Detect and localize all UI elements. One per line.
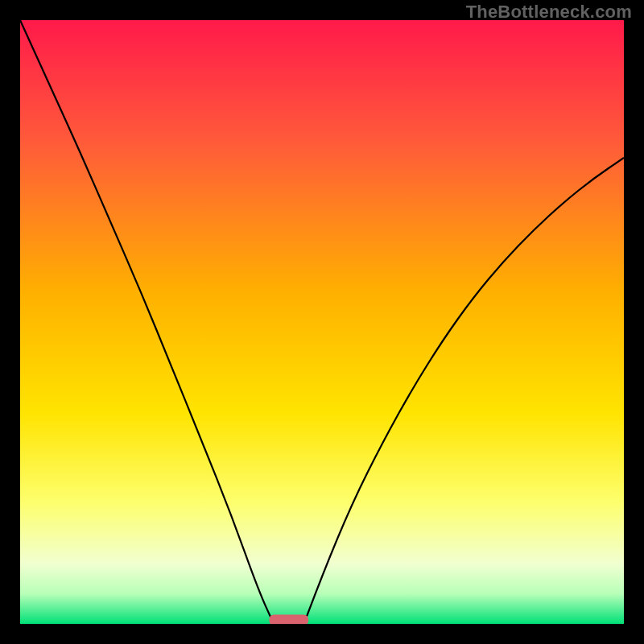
chart-canvas: [20, 20, 624, 624]
plot-area: [20, 20, 624, 624]
watermark-text: TheBottleneck.com: [466, 2, 632, 23]
bottom-marker: [269, 615, 308, 625]
chart-frame: TheBottleneck.com: [0, 0, 644, 644]
gradient-background: [20, 20, 624, 624]
